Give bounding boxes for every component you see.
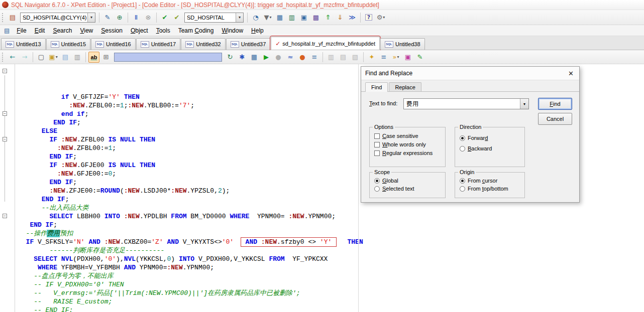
dropdown-arrow-icon[interactable]: ▾ (236, 13, 243, 22)
fold-collapse-icon[interactable]: − (3, 137, 7, 141)
sql-file-icon: SQL (141, 41, 149, 48)
web-preview-button[interactable]: ▣ (402, 52, 413, 63)
new-session-button[interactable]: ✎ (102, 12, 113, 23)
split-view-button[interactable]: ⊞ (100, 52, 112, 63)
highlight-toggle-button[interactable]: ab (88, 52, 99, 63)
checkbox-regular-expressions[interactable]: Regular expressions (374, 150, 445, 156)
tab-untitled37[interactable]: SQLUntitled37 (226, 38, 271, 50)
debug-button[interactable]: ● (297, 52, 308, 63)
snippet-button[interactable]: ▧ (350, 52, 361, 63)
tab-untitled38[interactable]: SQLUntitled38 (380, 38, 425, 50)
toolbar-separator (33, 52, 33, 62)
rollback-button[interactable]: ✔ (171, 12, 182, 23)
import-button[interactable]: ⇓ (335, 12, 346, 23)
new-file-button[interactable]: ▢ (36, 52, 47, 63)
filter-button[interactable]: ▼▾ (262, 12, 273, 23)
open-file-button[interactable]: ▣▾ (48, 52, 59, 63)
cancel-button[interactable]: Cancel (538, 113, 572, 125)
close-icon[interactable]: ✕ (567, 70, 575, 77)
fold-collapse-icon[interactable]: − (3, 69, 7, 73)
code-line: END IF; (18, 221, 644, 229)
abort-icon: ⊗ (146, 14, 151, 21)
publish-button[interactable]: ≫ (347, 12, 358, 23)
forward-icon: → (22, 54, 28, 60)
dialog-tab-find[interactable]: Find (365, 82, 388, 92)
describe-icon: ▦ (251, 54, 257, 60)
tab-sd-hospital-tr-yf-mzcfmx-bfintupddet[interactable]: ✓sd_hospital.tr_yf_mzcfmx_bfintupddet (271, 37, 380, 50)
tab-untitled17[interactable]: SQLUntitled17 (136, 38, 181, 50)
menu-item-tools[interactable]: Tools (152, 26, 174, 35)
quick-find-input[interactable] (114, 53, 222, 62)
radio-selected-text[interactable]: Selected text (374, 186, 445, 192)
commit-button[interactable]: ✔ (159, 12, 170, 23)
menu-item-session[interactable]: Session (97, 26, 127, 35)
menu-item-window[interactable]: Window (218, 26, 247, 35)
modified-check-icon: ✓ (275, 40, 280, 47)
new-session-icon: ✎ (105, 14, 111, 21)
fold-collapse-icon[interactable]: − (3, 214, 7, 218)
radio-global[interactable]: Global (374, 178, 445, 184)
dialog-title-bar[interactable]: Find and Replace ✕ (361, 67, 579, 80)
output-window-button[interactable]: ▣ (298, 12, 309, 23)
menu-item-search[interactable]: Search (49, 26, 76, 35)
task-list-button[interactable]: ≡ (378, 52, 389, 63)
data-grid-button[interactable]: ▥ (286, 12, 297, 23)
copy-button[interactable]: ▥ (326, 52, 337, 63)
menu-item-edit[interactable]: Edit (31, 26, 49, 35)
radio-backward[interactable]: Backward (460, 145, 524, 151)
dropdown-arrow-icon[interactable]: ▾ (87, 13, 95, 22)
session-toolbar: ▤SD_HOSPITAL@CLYY(4)▾✎⊕Ⅱ⊗✔✔SD_HOSPITAL▾◔… (0, 10, 644, 25)
forward-button[interactable]: → (19, 52, 30, 63)
menu-item-help[interactable]: Help (247, 26, 268, 35)
options-group-title: Options (373, 124, 395, 130)
session-browser-button[interactable]: ◔ (250, 12, 261, 23)
web-browser-button[interactable]: ⊕ (114, 12, 125, 23)
print-button[interactable]: ▥ (72, 52, 83, 63)
menu-item-object[interactable]: Object (127, 26, 152, 35)
pause-button[interactable]: Ⅱ (131, 12, 142, 23)
menu-item-team-coding[interactable]: Team Coding (174, 26, 218, 35)
connection-selector[interactable]: SD_HOSPITAL@CLYY(4)▾ (20, 13, 95, 23)
find-button[interactable]: Find (538, 98, 572, 110)
paste-button[interactable]: ▤ (338, 52, 349, 63)
help-button[interactable]: ? (363, 12, 374, 23)
fold-collapse-icon[interactable]: − (3, 111, 7, 116)
dbms-output-button[interactable]: ≡ (309, 52, 320, 63)
toolbar-separator (360, 13, 361, 23)
describe-button[interactable]: ▦ (249, 52, 260, 63)
back-button[interactable]: ← (7, 52, 18, 63)
gutter-cell: − (0, 135, 15, 144)
sql-monitor-button[interactable]: ▦ (274, 12, 285, 23)
menu-item-file[interactable]: File (13, 26, 30, 35)
tab-untitled16[interactable]: SQLUntitled16 (91, 38, 136, 50)
radio-forward[interactable]: Forward (460, 135, 524, 141)
schema-selector[interactable]: SD_HOSPITAL▾ (184, 13, 244, 23)
menu-item-view[interactable]: View (76, 26, 97, 35)
checkbox-whole-words-only[interactable]: Whole words only (374, 141, 445, 147)
session-doc-button[interactable]: ▤ (7, 12, 18, 23)
settings-gear-button[interactable]: ⚙▾ (375, 12, 386, 23)
dropdown-arrow-icon[interactable]: ▾ (520, 99, 528, 109)
dialog-tab-replace[interactable]: Replace (389, 82, 421, 91)
radio-from-cursor[interactable]: From cursor (460, 178, 524, 184)
tab-untitled15[interactable]: SQLUntitled15 (46, 38, 91, 50)
export-button[interactable]: ⇑ (323, 12, 334, 23)
find-button[interactable]: ✱ (237, 52, 248, 63)
more-commands-button[interactable]: »▾ (390, 52, 401, 63)
browser-window-button[interactable]: ▩ (310, 12, 321, 23)
save-button[interactable]: ▤ (60, 52, 71, 63)
search-text-combo[interactable]: 费用 ▾ (403, 98, 529, 109)
edit-quill-button[interactable]: ✎ (414, 52, 425, 63)
abort-button[interactable]: ⊗ (143, 12, 154, 23)
tab-untitled13[interactable]: SQLUntitled13 (1, 38, 46, 50)
execute-button[interactable]: ▶ (261, 52, 272, 63)
step-button[interactable]: ≈ (285, 52, 296, 63)
radio-from-top-bottom[interactable]: From top/bottom (460, 186, 524, 192)
drag-hand-button[interactable]: ✦ (366, 52, 377, 63)
stop-button[interactable]: ● (273, 52, 284, 63)
tab-untitled32[interactable]: SQLUntitled32 (181, 38, 226, 50)
checkbox-case-sensitive[interactable]: Case sensitive (374, 133, 445, 139)
label: Regular expressions (382, 150, 433, 156)
gutter-cell (0, 306, 15, 312)
refresh-button[interactable]: ↻ (225, 52, 236, 63)
